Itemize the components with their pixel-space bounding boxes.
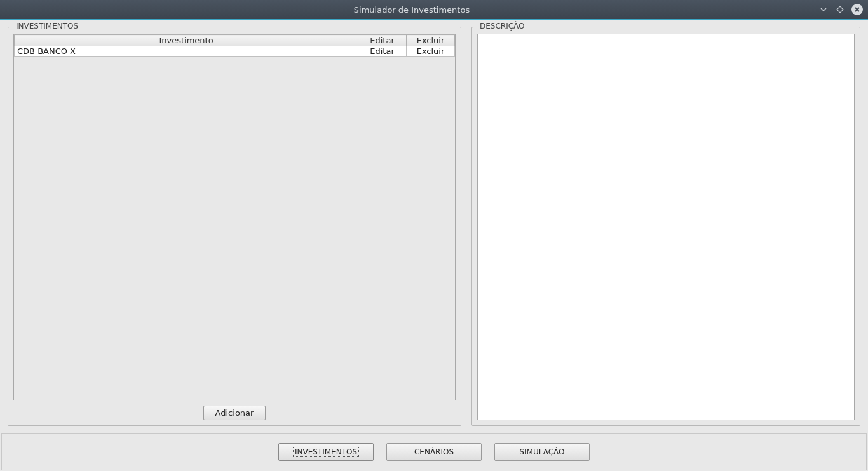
- window-title: Simulador de Investimentos: [5, 5, 818, 15]
- investments-legend: INVESTIMENTOS: [13, 22, 81, 31]
- col-header-delete[interactable]: Excluir: [407, 35, 455, 46]
- delete-cell[interactable]: Excluir: [407, 46, 455, 57]
- main-content: INVESTIMENTOS Investimento Editar Exclui…: [0, 20, 868, 433]
- table-header-row: Investimento Editar Excluir: [15, 35, 455, 46]
- description-panel: DESCRIÇÃO: [471, 27, 860, 426]
- close-icon[interactable]: [851, 4, 863, 15]
- table-row: CDB BANCO X Editar Excluir: [15, 46, 455, 57]
- investments-panel: INVESTIMENTOS Investimento Editar Exclui…: [8, 27, 461, 426]
- description-legend: DESCRIÇÃO: [477, 22, 527, 31]
- window-controls: [818, 4, 863, 15]
- add-button-row: Adicionar: [13, 400, 456, 420]
- col-header-edit[interactable]: Editar: [358, 35, 407, 46]
- edit-cell[interactable]: Editar: [358, 46, 407, 57]
- nav-scenarios-button[interactable]: CENÁRIOS: [386, 443, 482, 461]
- col-header-name[interactable]: Investimento: [15, 35, 358, 46]
- bottom-nav: INVESTIMENTOS CENÁRIOS SIMULAÇÃO: [1, 433, 867, 470]
- investment-name-cell[interactable]: CDB BANCO X: [15, 46, 358, 57]
- investments-table-container: Investimento Editar Excluir CDB BANCO X …: [13, 34, 456, 400]
- window-titlebar: Simulador de Investimentos: [0, 0, 868, 19]
- maximize-icon[interactable]: [835, 4, 845, 15]
- minimize-icon[interactable]: [818, 4, 829, 15]
- nav-simulation-button[interactable]: SIMULAÇÃO: [494, 443, 590, 461]
- investments-table: Investimento Editar Excluir CDB BANCO X …: [14, 34, 455, 57]
- nav-investments-button[interactable]: INVESTIMENTOS: [278, 443, 374, 461]
- description-box[interactable]: [477, 34, 855, 420]
- add-button[interactable]: Adicionar: [203, 406, 266, 420]
